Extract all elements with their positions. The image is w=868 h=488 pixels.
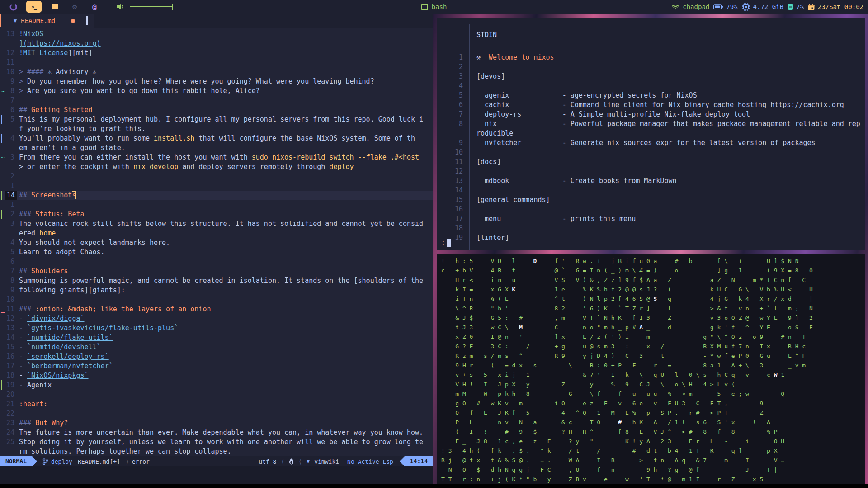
- battery-module: 79%: [713, 3, 737, 10]
- statusline-filename: README.md[+]: [78, 458, 120, 465]
- calendar-icon: [808, 4, 815, 10]
- tab-filename: README.md: [21, 17, 55, 24]
- tabline-cursor: [86, 16, 88, 25]
- at-icon: @: [92, 3, 97, 11]
- gear-icon: ⚙: [72, 2, 77, 11]
- pager-prompt[interactable]: :: [441, 239, 451, 247]
- powerline-arrow-icon: [400, 456, 405, 466]
- bat-header-title: STDIN: [476, 28, 497, 42]
- filetype-icon: ▼: [307, 458, 310, 465]
- git-branch: deploy: [42, 458, 72, 465]
- time-segment: 14:14: [400, 456, 433, 466]
- separator-icon: ⟨: [281, 458, 284, 465]
- workspace-chat[interactable]: [48, 1, 61, 13]
- volume-slider[interactable]: [130, 6, 172, 7]
- linux-penguin-icon: [289, 458, 294, 465]
- clock-module: 23/Sat 00:02: [808, 3, 863, 10]
- ram-stick-icon: [788, 3, 793, 10]
- separator-icon: ⟨: [298, 458, 302, 465]
- workspace-firefox[interactable]: [6, 1, 20, 13]
- bat-border-header: [437, 44, 865, 44]
- terminal-icon: >_: [31, 4, 36, 10]
- workspace-terminal-active[interactable]: >_: [26, 1, 42, 13]
- terminal-window-top[interactable]: STDIN 1⚒ Welcome to nixos23[devos]45 age…: [437, 18, 865, 250]
- separator-icon: ⟩: [126, 458, 129, 465]
- statusline: NORMAL deploy README.md[+] ⟩ error utf-8…: [0, 456, 433, 466]
- wifi-icon: [671, 4, 679, 10]
- buffer-tabbar: ▼ README.md: [0, 14, 433, 28]
- bat-border-top: [437, 24, 865, 24]
- filetype: vimwiki: [314, 458, 339, 465]
- powerline-arrow-icon: [32, 456, 37, 466]
- statusline-clock: 14:14: [405, 456, 433, 466]
- status-modules: chadpad 79% 4.72 GiB 7% 23/Sat 00:02: [671, 3, 868, 11]
- encoding: utf-8: [259, 458, 276, 465]
- memory-module: 4.72 GiB: [742, 3, 783, 11]
- command-line: [0, 466, 433, 484]
- tab-accent-bar: [0, 14, 1, 27]
- window-title-text: bash: [432, 3, 447, 10]
- buffer-tab-readme[interactable]: ▼ README.md: [0, 14, 94, 28]
- desktop: ▼ README.md 13!NixOS](https://nixos.org)…: [0, 14, 868, 484]
- cpu-chip-icon: [742, 3, 750, 11]
- network-module: chadpad: [671, 3, 709, 10]
- battery-icon: [713, 4, 723, 9]
- firefox-icon: [9, 3, 17, 11]
- window-class-icon: [421, 4, 428, 10]
- speaker-icon: [117, 3, 125, 10]
- hostname: chadpad: [683, 3, 709, 10]
- chat-bubble-icon: [51, 3, 59, 10]
- top-bar: >_ ⚙ @ bash chadpad 79%: [0, 0, 868, 14]
- battery-percent: 79%: [726, 3, 737, 10]
- terminal-window-bottom[interactable]: ! h : 5 V D l D f ' R w . + j B i f u 0 …: [437, 254, 865, 484]
- cpu-module: 7%: [788, 3, 804, 10]
- bat-content: 1⚒ Welcome to nixos23[devos]45 agenix - …: [437, 53, 865, 243]
- cpu-percent: 7%: [796, 3, 804, 10]
- markdown-file-icon: ▼: [14, 18, 17, 24]
- matrix-rain-output: ! h : 5 V D l D f ' R w . + j B i f u 0 …: [437, 254, 865, 484]
- branch-name: deploy: [51, 458, 72, 465]
- pager-prompt-char: :: [441, 239, 445, 247]
- wallpaper: STDIN 1⚒ Welcome to nixos23[devos]45 age…: [433, 14, 868, 484]
- workspace-settings[interactable]: ⚙: [68, 1, 81, 13]
- git-branch-icon: [42, 458, 48, 465]
- volume-control[interactable]: [117, 3, 173, 10]
- lsp-status: No Active Lsp: [347, 458, 393, 465]
- volume-slider-handle[interactable]: [172, 4, 173, 10]
- workspace-mail[interactable]: @: [88, 1, 101, 13]
- memory-used: 4.72 GiB: [753, 3, 783, 10]
- terminal-cursor: [447, 239, 451, 247]
- diagnostic-text: error: [132, 458, 150, 465]
- editor-content[interactable]: 13!NixOS](https://nixos.org)12!MIT Licen…: [0, 28, 433, 456]
- statusline-right: utf-8 ⟨ ⟨ ▼ vimwiki No Active Lsp 14:14: [259, 456, 433, 466]
- mode-indicator: NORMAL: [0, 456, 32, 466]
- date-time: 23/Sat 00:02: [818, 3, 863, 10]
- modified-dot-icon: [71, 19, 75, 23]
- neovim-window[interactable]: ▼ README.md 13!NixOS](https://nixos.org)…: [0, 14, 433, 484]
